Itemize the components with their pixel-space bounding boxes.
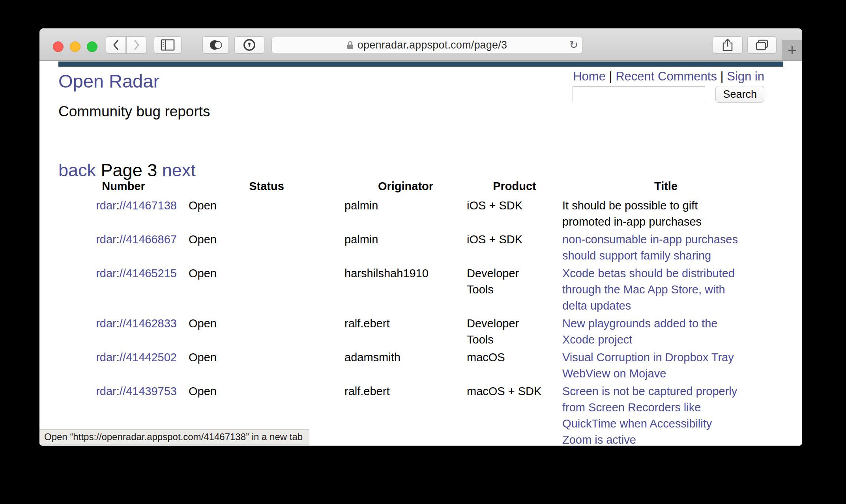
product-label: iOS + SDK [467, 231, 522, 248]
column-header-product: Product [467, 180, 562, 197]
chevron-right-icon [133, 39, 140, 51]
forward-button[interactable] [126, 36, 146, 54]
radar-number-link[interactable]: //41466867 [120, 233, 177, 246]
current-page-label: Page 3 [101, 160, 162, 180]
minimize-button[interactable] [70, 41, 80, 52]
column-header-originator: Originator [344, 180, 467, 197]
number-separator: : [116, 199, 120, 212]
lock-icon [347, 41, 354, 50]
back-button[interactable] [106, 36, 126, 54]
title-link[interactable]: Visual Corruption in Dropbox Tray WebVie… [562, 351, 734, 380]
table-row: rdar://41467138OpenpalminiOS + SDKIt sho… [58, 197, 769, 231]
product-label: macOS + SDK [467, 383, 541, 399]
title-link[interactable]: New playgrounds added to the Xcode proje… [562, 317, 717, 346]
radar-number-link[interactable]: //41439753 [120, 385, 177, 398]
pagination: back Page 3 next [58, 160, 196, 181]
title-cell: New playgrounds added to the Xcode proje… [562, 315, 769, 349]
sidebar-button[interactable] [154, 36, 182, 54]
product-label: macOS [467, 349, 505, 366]
nav-separator: | [606, 69, 616, 83]
tab-overview-button[interactable] [747, 36, 777, 54]
address-bar[interactable]: openradar.appspot.com/page/3 ↻ [271, 37, 582, 53]
title-link[interactable]: non-consumable in-app purchases should s… [562, 233, 738, 262]
rdar-scheme-link[interactable]: rdar [96, 385, 116, 398]
page-content: Open Radar Community bug reports Home | … [39, 61, 802, 446]
rdar-scheme-link[interactable]: rdar [96, 351, 116, 364]
product-label: Developer Tools [467, 265, 544, 298]
status-bar: Open “https://openradar.appspot.com/4146… [39, 429, 309, 444]
number-separator: : [116, 317, 120, 330]
table-row: rdar://41442502OpenadamsmithmacOSVisual … [58, 349, 769, 383]
back-link[interactable]: back [58, 160, 96, 180]
close-button[interactable] [53, 41, 64, 52]
product-cell: macOS [467, 349, 562, 383]
title-link[interactable]: Xcode betas should be distributed throug… [562, 267, 735, 312]
originator-cell: palmin [344, 231, 467, 265]
radar-number-link[interactable]: //41465215 [120, 267, 177, 280]
column-header-number: Number [58, 180, 189, 197]
sidebar-icon [161, 39, 175, 51]
table-row: rdar://41462833Openralf.ebertDeveloper T… [58, 315, 769, 349]
table-body: rdar://41467138OpenpalminiOS + SDKIt sho… [58, 197, 769, 446]
chevron-left-icon [112, 39, 120, 51]
share-icon [722, 38, 733, 52]
url-text: openradar.appspot.com/page/3 [357, 39, 507, 51]
search-form: Search [573, 86, 764, 103]
number-cell: rdar://41462833 [58, 315, 189, 349]
table-header-row: Number Status Originator Product Title [58, 180, 769, 197]
status-cell: Open [189, 349, 344, 383]
status-cell: Open [189, 197, 344, 231]
originator-cell: harshilshah1910 [344, 265, 467, 315]
number-separator: : [116, 233, 120, 246]
rdar-scheme-link[interactable]: rdar [96, 317, 116, 330]
title-link[interactable]: Screen is not be captured properly from … [562, 385, 737, 446]
originator-cell: adamsmith [344, 349, 467, 383]
site-title-link[interactable]: Open Radar [58, 70, 159, 92]
search-button[interactable]: Search [715, 86, 764, 103]
product-label: iOS + SDK [467, 198, 522, 214]
reload-icon[interactable]: ↻ [569, 39, 578, 51]
number-separator: : [116, 267, 120, 280]
rdar-scheme-link[interactable]: rdar [96, 199, 116, 212]
product-cell: Developer Tools [467, 315, 562, 349]
new-tab-button[interactable]: + [782, 40, 802, 60]
site-tagline: Community bug reports [58, 103, 210, 120]
table-row: rdar://41465215Openharshilshah1910Develo… [58, 265, 769, 315]
bug-reports-table: Number Status Originator Product Title r… [58, 180, 769, 446]
status-cell: Open [189, 315, 344, 349]
browser-toolbar: openradar.appspot.com/page/3 ↻ [39, 28, 802, 61]
rdar-scheme-link[interactable]: rdar [96, 233, 116, 246]
column-header-title: Title [562, 180, 769, 197]
safari-window: openradar.appspot.com/page/3 ↻ [39, 28, 802, 446]
desktop-background: openradar.appspot.com/page/3 ↻ [0, 0, 846, 504]
title-cell: It should be possible to gift promoted i… [562, 197, 769, 231]
rdar-scheme-link[interactable]: rdar [96, 267, 116, 280]
title-cell: non-consumable in-app purchases should s… [562, 231, 769, 265]
status-bar-text: Open “https://openradar.appspot.com/4146… [44, 431, 303, 442]
zoom-button[interactable] [87, 41, 97, 52]
search-input[interactable] [573, 86, 705, 102]
originator-cell: ralf.ebert [344, 315, 467, 349]
nav-link-recent-comments[interactable]: Recent Comments [616, 69, 717, 83]
plus-icon: + [788, 41, 797, 59]
tabs-icon [756, 39, 768, 50]
contrast-toggle-icon [209, 39, 223, 51]
contrast-extension-button[interactable] [202, 36, 229, 54]
product-label: Developer Tools [467, 315, 544, 348]
title-cell: Xcode betas should be distributed throug… [562, 265, 769, 315]
next-link[interactable]: next [162, 160, 196, 180]
radar-number-link[interactable]: //41442502 [120, 351, 177, 364]
radar-number-link[interactable]: //41467138 [120, 199, 177, 212]
title-link[interactable]: It should be possible to gift promoted i… [562, 199, 702, 228]
onepassword-extension-button[interactable] [234, 36, 264, 54]
originator-cell: ralf.ebert [344, 383, 467, 446]
number-separator: : [116, 351, 120, 364]
title-cell: Screen is not be captured properly from … [562, 383, 769, 446]
status-cell: Open [189, 265, 344, 315]
share-button[interactable] [713, 36, 743, 54]
product-cell: iOS + SDK [467, 231, 562, 265]
nav-link-home[interactable]: Home [573, 69, 606, 83]
nav-separator: | [717, 69, 727, 83]
radar-number-link[interactable]: //41462833 [120, 317, 177, 330]
nav-link-sign-in[interactable]: Sign in [727, 69, 764, 83]
